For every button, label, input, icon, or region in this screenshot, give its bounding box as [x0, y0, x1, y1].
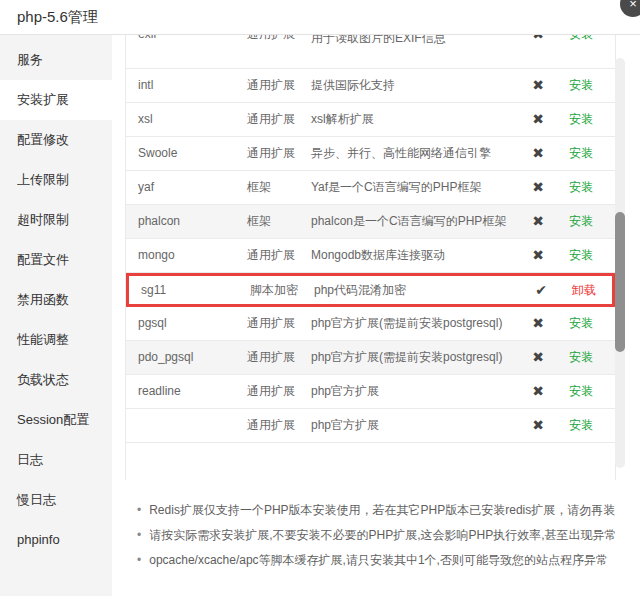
extension-row: pdo_pgsql通用扩展php官方扩展(需提前安装postgresql)✖安装: [126, 341, 615, 375]
action-cell: 安装: [559, 77, 603, 94]
install-link[interactable]: 安装: [569, 78, 593, 92]
installed-check-icon: ✔: [520, 282, 562, 299]
extension-name: Swoole: [126, 145, 247, 162]
extension-desc: Mongodb数据库连接驱动: [311, 243, 517, 268]
bullet-icon: •: [137, 523, 141, 548]
action-cell: 安装: [559, 417, 603, 434]
not-installed-x-icon: ✖: [517, 349, 559, 366]
action-cell: 安装: [559, 383, 603, 400]
sidebar-item-8[interactable]: 负载状态: [0, 360, 112, 400]
extension-type: 框架: [247, 179, 311, 196]
extension-name: pgsql: [126, 315, 247, 332]
sidebar-item-3[interactable]: 上传限制: [0, 160, 112, 200]
install-link[interactable]: 安装: [569, 316, 593, 330]
extension-row: readline通用扩展php官方扩展✖安装: [126, 375, 615, 409]
extension-type: 通用扩展: [247, 35, 311, 43]
install-link[interactable]: 安装: [569, 112, 593, 126]
page-title: php-5.6管理: [17, 0, 98, 34]
extension-row: exif通用扩展用于读取图片的EXIF信息✖安装: [126, 35, 615, 69]
extension-name: phalcon: [126, 213, 247, 230]
extension-desc: php官方扩展(需提前安装postgresql): [311, 311, 517, 336]
extension-type: 通用扩展: [247, 111, 311, 128]
note-text: opcache/xcache/apc等脚本缓存扩展,请只安装其中1个,否则可能导…: [149, 548, 608, 573]
note-text: Redis扩展仅支持一个PHP版本安装使用，若在其它PHP版本已安装redis扩…: [149, 498, 615, 523]
scrollbar-thumb[interactable]: [615, 212, 625, 352]
extension-desc: Yaf是一个C语言编写的PHP框架: [311, 175, 517, 200]
extension-type: 通用扩展: [247, 383, 311, 400]
extension-name: yaf: [126, 179, 247, 196]
extension-row: sg11脚本加密php代码混淆加密✔卸载: [126, 273, 615, 307]
extension-desc: php官方扩展(需提前安装postgresql): [311, 345, 517, 370]
note-text: 请按实际需求安装扩展,不要安装不必要的PHP扩展,这会影响PHP执行效率,甚至出…: [149, 523, 616, 548]
action-cell: 安装: [559, 213, 603, 230]
bullet-icon: •: [137, 498, 141, 523]
action-cell: 安装: [559, 111, 603, 128]
extension-desc: php官方扩展: [311, 413, 517, 438]
sidebar-item-9[interactable]: Session配置: [0, 400, 112, 440]
not-installed-x-icon: ✖: [517, 77, 559, 94]
bullet-icon: •: [137, 548, 141, 573]
extension-row: Swoole通用扩展异步、并行、高性能网络通信引擎✖安装: [126, 137, 615, 171]
install-link[interactable]: 安装: [569, 214, 593, 228]
extension-type: 脚本加密: [250, 282, 314, 299]
extension-name: mongo: [126, 247, 247, 264]
sidebar-item-7[interactable]: 性能调整: [0, 320, 112, 360]
not-installed-x-icon: ✖: [517, 213, 559, 230]
sidebar-item-12[interactable]: phpinfo: [0, 520, 112, 560]
not-installed-x-icon: ✖: [517, 247, 559, 264]
sidebar-item-5[interactable]: 配置文件: [0, 240, 112, 280]
sidebar-item-2[interactable]: 配置修改: [0, 120, 112, 160]
extension-type: 通用扩展: [247, 145, 311, 162]
extension-desc: phalcon是一个C语言编写的PHP框架: [311, 209, 517, 234]
not-installed-x-icon: ✖: [517, 179, 559, 196]
notes-list: •Redis扩展仅支持一个PHP版本安装使用，若在其它PHP版本已安装redis…: [137, 498, 632, 573]
extension-desc: php代码混淆加密: [314, 278, 520, 303]
action-cell: 安装: [559, 247, 603, 264]
action-cell: 安装: [559, 315, 603, 332]
not-installed-x-icon: ✖: [517, 35, 559, 43]
sidebar-item-6[interactable]: 禁用函数: [0, 280, 112, 320]
window-titlebar: php-5.6管理: [0, 0, 640, 35]
extension-name: exif: [126, 35, 247, 43]
install-link[interactable]: 安装: [569, 248, 593, 262]
extension-type: 框架: [247, 213, 311, 230]
extension-row: pgsql通用扩展php官方扩展(需提前安装postgresql)✖安装: [126, 307, 615, 341]
extension-desc: 用于读取图片的EXIF信息: [311, 35, 517, 51]
extension-name: readline: [126, 383, 247, 400]
extension-row: intl通用扩展提供国际化支持✖安装: [126, 69, 615, 103]
install-link[interactable]: 安装: [569, 180, 593, 194]
extension-table: exif通用扩展用于读取图片的EXIF信息✖安装intl通用扩展提供国际化支持✖…: [125, 35, 616, 480]
sidebar-menu: 服务安装扩展配置修改上传限制超时限制配置文件禁用函数性能调整负载状态Sessio…: [0, 40, 112, 560]
action-cell: 安装: [559, 179, 603, 196]
install-link[interactable]: 安装: [569, 35, 593, 41]
note-item: •Redis扩展仅支持一个PHP版本安装使用，若在其它PHP版本已安装redis…: [137, 498, 632, 523]
install-link[interactable]: 安装: [569, 350, 593, 364]
action-cell: 安装: [559, 35, 603, 43]
extension-row: 通用扩展php官方扩展✖安装: [126, 409, 615, 443]
sidebar: 服务安装扩展配置修改上传限制超时限制配置文件禁用函数性能调整负载状态Sessio…: [0, 35, 112, 596]
sidebar-item-0[interactable]: 服务: [0, 40, 112, 80]
extension-row: mongo通用扩展Mongodb数据库连接驱动✖安装: [126, 239, 615, 273]
install-link[interactable]: 安装: [569, 418, 593, 432]
note-item: •opcache/xcache/apc等脚本缓存扩展,请只安装其中1个,否则可能…: [137, 548, 632, 573]
extension-type: 通用扩展: [247, 247, 311, 264]
action-cell: 安装: [559, 145, 603, 162]
sidebar-item-11[interactable]: 慢日志: [0, 480, 112, 520]
extension-desc: 提供国际化支持: [311, 73, 517, 98]
extension-row: phalcon框架phalcon是一个C语言编写的PHP框架✖安装: [126, 205, 615, 239]
extension-desc: xsl解析扩展: [311, 107, 517, 132]
uninstall-link[interactable]: 卸载: [572, 283, 596, 297]
extension-desc: php官方扩展: [311, 379, 517, 404]
sidebar-item-10[interactable]: 日志: [0, 440, 112, 480]
extension-desc: 异步、并行、高性能网络通信引擎: [311, 141, 517, 166]
extension-name: pdo_pgsql: [126, 349, 247, 366]
install-link[interactable]: 安装: [569, 146, 593, 160]
sidebar-item-4[interactable]: 超时限制: [0, 200, 112, 240]
not-installed-x-icon: ✖: [517, 383, 559, 400]
extension-type: 通用扩展: [247, 417, 311, 434]
action-cell: 卸载: [562, 282, 606, 299]
action-cell: 安装: [559, 349, 603, 366]
sidebar-item-1[interactable]: 安装扩展: [0, 80, 112, 120]
extension-row: xsl通用扩展xsl解析扩展✖安装: [126, 103, 615, 137]
install-link[interactable]: 安装: [569, 384, 593, 398]
